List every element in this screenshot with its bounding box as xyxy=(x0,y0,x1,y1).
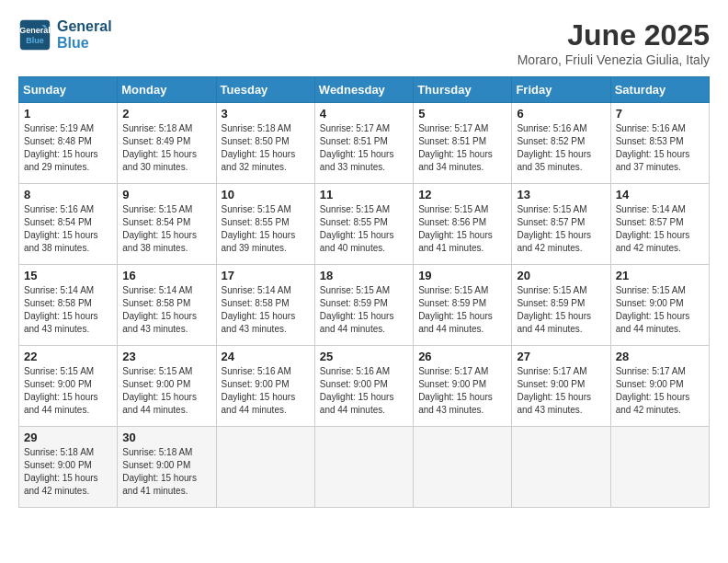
day-number: 12 xyxy=(418,188,506,201)
calendar-cell: 18Sunrise: 5:15 AMSunset: 8:59 PMDayligh… xyxy=(314,265,413,346)
day-info: Sunrise: 5:14 AMSunset: 8:57 PMDaylight:… xyxy=(616,203,704,255)
calendar-cell: 10Sunrise: 5:15 AMSunset: 8:55 PMDayligh… xyxy=(216,184,314,265)
day-number: 6 xyxy=(517,107,605,121)
calendar-week-row: 8Sunrise: 5:16 AMSunset: 8:54 PMDaylight… xyxy=(19,184,710,265)
svg-text:Blue: Blue xyxy=(26,36,44,45)
header-day: Wednesday xyxy=(314,77,413,103)
day-info: Sunrise: 5:16 AMSunset: 8:54 PMDaylight:… xyxy=(24,203,112,255)
calendar-week-row: 29Sunrise: 5:18 AMSunset: 9:00 PMDayligh… xyxy=(19,427,710,508)
location-title: Moraro, Friuli Venezia Giulia, Italy xyxy=(518,52,710,67)
day-info: Sunrise: 5:16 AMSunset: 9:00 PMDaylight:… xyxy=(320,365,408,417)
day-number: 5 xyxy=(418,107,506,121)
day-info: Sunrise: 5:17 AMSunset: 8:51 PMDaylight:… xyxy=(418,122,506,174)
header-day: Tuesday xyxy=(216,77,314,103)
day-info: Sunrise: 5:14 AMSunset: 8:58 PMDaylight:… xyxy=(222,284,310,336)
day-number: 19 xyxy=(418,269,506,282)
calendar-week-row: 22Sunrise: 5:15 AMSunset: 9:00 PMDayligh… xyxy=(19,346,710,427)
day-info: Sunrise: 5:17 AMSunset: 9:00 PMDaylight:… xyxy=(616,365,704,417)
calendar-cell: 15Sunrise: 5:14 AMSunset: 8:58 PMDayligh… xyxy=(19,265,118,346)
day-number: 29 xyxy=(24,431,112,444)
calendar-cell: 4Sunrise: 5:17 AMSunset: 8:51 PMDaylight… xyxy=(314,103,413,184)
header-day: Thursday xyxy=(414,77,512,103)
day-number: 13 xyxy=(517,188,605,201)
day-info: Sunrise: 5:15 AMSunset: 8:55 PMDaylight:… xyxy=(222,203,310,255)
day-info: Sunrise: 5:18 AMSunset: 8:50 PMDaylight:… xyxy=(222,122,310,174)
day-number: 27 xyxy=(517,350,605,363)
day-number: 1 xyxy=(24,107,112,121)
calendar-cell: 11Sunrise: 5:15 AMSunset: 8:55 PMDayligh… xyxy=(314,184,413,265)
header-day: Friday xyxy=(512,77,610,103)
day-number: 4 xyxy=(320,107,408,121)
day-info: Sunrise: 5:17 AMSunset: 9:00 PMDaylight:… xyxy=(418,365,506,417)
day-number: 16 xyxy=(122,269,210,282)
day-number: 25 xyxy=(320,350,408,363)
day-number: 8 xyxy=(24,188,112,201)
calendar-cell xyxy=(414,427,512,508)
calendar-week-row: 1Sunrise: 5:19 AMSunset: 8:48 PMDaylight… xyxy=(19,103,710,184)
calendar-cell xyxy=(610,427,709,508)
calendar-cell: 1Sunrise: 5:19 AMSunset: 8:48 PMDaylight… xyxy=(19,103,118,184)
day-number: 21 xyxy=(616,269,704,282)
day-number: 18 xyxy=(320,269,408,282)
day-number: 9 xyxy=(122,188,210,201)
day-number: 30 xyxy=(122,431,210,444)
day-number: 10 xyxy=(222,188,310,201)
calendar-cell: 12Sunrise: 5:15 AMSunset: 8:56 PMDayligh… xyxy=(414,184,512,265)
day-info: Sunrise: 5:15 AMSunset: 8:57 PMDaylight:… xyxy=(517,203,605,255)
logo-text: General Blue xyxy=(57,18,112,52)
day-info: Sunrise: 5:15 AMSunset: 9:00 PMDaylight:… xyxy=(616,284,704,336)
calendar-cell: 26Sunrise: 5:17 AMSunset: 9:00 PMDayligh… xyxy=(414,346,512,427)
day-number: 20 xyxy=(517,269,605,282)
calendar-cell: 6Sunrise: 5:16 AMSunset: 8:52 PMDaylight… xyxy=(512,103,610,184)
calendar-cell xyxy=(216,427,314,508)
calendar-cell: 7Sunrise: 5:16 AMSunset: 8:53 PMDaylight… xyxy=(610,103,709,184)
day-info: Sunrise: 5:18 AMSunset: 8:49 PMDaylight:… xyxy=(122,122,210,174)
day-info: Sunrise: 5:16 AMSunset: 9:00 PMDaylight:… xyxy=(222,365,310,417)
calendar-cell: 24Sunrise: 5:16 AMSunset: 9:00 PMDayligh… xyxy=(216,346,314,427)
day-info: Sunrise: 5:18 AMSunset: 9:00 PMDaylight:… xyxy=(122,446,210,498)
day-info: Sunrise: 5:16 AMSunset: 8:52 PMDaylight:… xyxy=(517,122,605,174)
calendar-cell: 19Sunrise: 5:15 AMSunset: 8:59 PMDayligh… xyxy=(414,265,512,346)
header-day: Monday xyxy=(118,77,216,103)
calendar-cell: 29Sunrise: 5:18 AMSunset: 9:00 PMDayligh… xyxy=(19,427,118,508)
calendar-week-row: 15Sunrise: 5:14 AMSunset: 8:58 PMDayligh… xyxy=(19,265,710,346)
calendar-cell: 13Sunrise: 5:15 AMSunset: 8:57 PMDayligh… xyxy=(512,184,610,265)
logo: General Blue General Blue xyxy=(18,18,112,52)
header-day: Sunday xyxy=(19,77,118,103)
day-info: Sunrise: 5:14 AMSunset: 8:58 PMDaylight:… xyxy=(24,284,112,336)
calendar-cell: 17Sunrise: 5:14 AMSunset: 8:58 PMDayligh… xyxy=(216,265,314,346)
day-info: Sunrise: 5:18 AMSunset: 9:00 PMDaylight:… xyxy=(24,446,112,498)
calendar-cell: 27Sunrise: 5:17 AMSunset: 9:00 PMDayligh… xyxy=(512,346,610,427)
calendar-cell: 8Sunrise: 5:16 AMSunset: 8:54 PMDaylight… xyxy=(19,184,118,265)
calendar-cell: 28Sunrise: 5:17 AMSunset: 9:00 PMDayligh… xyxy=(610,346,709,427)
day-number: 23 xyxy=(122,350,210,363)
day-info: Sunrise: 5:15 AMSunset: 8:56 PMDaylight:… xyxy=(418,203,506,255)
day-info: Sunrise: 5:16 AMSunset: 8:53 PMDaylight:… xyxy=(616,122,704,174)
calendar-table: SundayMondayTuesdayWednesdayThursdayFrid… xyxy=(18,76,710,508)
day-number: 11 xyxy=(320,188,408,201)
day-number: 2 xyxy=(122,107,210,121)
day-number: 28 xyxy=(616,350,704,363)
day-info: Sunrise: 5:15 AMSunset: 9:00 PMDaylight:… xyxy=(24,365,112,417)
logo-icon: General Blue xyxy=(18,18,51,52)
day-number: 22 xyxy=(24,350,112,363)
calendar-cell: 2Sunrise: 5:18 AMSunset: 8:49 PMDaylight… xyxy=(118,103,216,184)
day-info: Sunrise: 5:14 AMSunset: 8:58 PMDaylight:… xyxy=(122,284,210,336)
day-number: 17 xyxy=(222,269,310,282)
header: General Blue General Blue June 2025 Mora… xyxy=(18,18,710,67)
day-info: Sunrise: 5:15 AMSunset: 8:59 PMDaylight:… xyxy=(418,284,506,336)
day-number: 26 xyxy=(418,350,506,363)
day-number: 7 xyxy=(616,107,704,121)
calendar-cell xyxy=(512,427,610,508)
calendar-cell: 20Sunrise: 5:15 AMSunset: 8:59 PMDayligh… xyxy=(512,265,610,346)
calendar-cell xyxy=(314,427,413,508)
header-day: Saturday xyxy=(610,77,709,103)
day-number: 14 xyxy=(616,188,704,201)
calendar-cell: 22Sunrise: 5:15 AMSunset: 9:00 PMDayligh… xyxy=(19,346,118,427)
day-info: Sunrise: 5:15 AMSunset: 8:55 PMDaylight:… xyxy=(320,203,408,255)
calendar-cell: 30Sunrise: 5:18 AMSunset: 9:00 PMDayligh… xyxy=(118,427,216,508)
calendar-cell: 25Sunrise: 5:16 AMSunset: 9:00 PMDayligh… xyxy=(314,346,413,427)
calendar-cell: 9Sunrise: 5:15 AMSunset: 8:54 PMDaylight… xyxy=(118,184,216,265)
day-info: Sunrise: 5:15 AMSunset: 8:59 PMDaylight:… xyxy=(517,284,605,336)
day-info: Sunrise: 5:15 AMSunset: 9:00 PMDaylight:… xyxy=(122,365,210,417)
